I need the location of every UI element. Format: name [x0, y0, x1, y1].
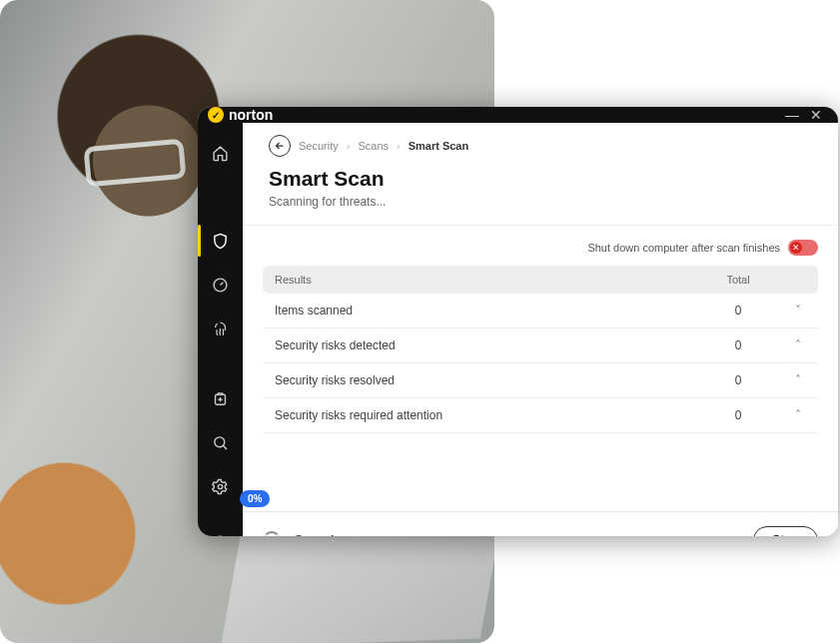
- table-row: Items scanned 0 ˅: [263, 294, 818, 328]
- nav-backup-icon[interactable]: [198, 382, 243, 414]
- row-label: Security risks detected: [263, 328, 698, 363]
- nav-chat-icon[interactable]: [198, 526, 243, 536]
- row-total: 0: [698, 363, 778, 398]
- stop-button[interactable]: Stop: [753, 526, 818, 536]
- nav-performance-icon[interactable]: [198, 269, 243, 301]
- sidebar: [198, 123, 243, 536]
- svg-point-1: [215, 436, 225, 446]
- content: Shut down computer after scan finishes ✕…: [243, 226, 838, 511]
- shutdown-toggle[interactable]: ✕: [788, 240, 818, 256]
- nav-home-icon[interactable]: [198, 137, 243, 169]
- row-total: 0: [698, 398, 778, 433]
- app-window: ✓ norton — ✕: [198, 107, 838, 536]
- table-row: Security risks resolved 0 ˄: [263, 363, 818, 398]
- breadcrumb-item[interactable]: Scans: [358, 140, 389, 152]
- chevron-up-icon[interactable]: ˄: [778, 363, 818, 398]
- scan-status: Scanning...: [295, 533, 359, 536]
- progress-bubble: 0%: [240, 490, 270, 507]
- table-row: Security risks required attention 0 ˄: [263, 398, 818, 433]
- col-results: Results: [263, 266, 698, 294]
- table-row: Security risks detected 0 ˄: [263, 328, 818, 363]
- spinner-icon: [263, 531, 281, 536]
- minimize-button[interactable]: —: [780, 107, 804, 123]
- titlebar: ✓ norton — ✕: [198, 107, 838, 123]
- row-label: Items scanned: [263, 294, 698, 328]
- header: Security › Scans › Smart Scan Smart Scan…: [243, 123, 838, 226]
- main-panel: Security › Scans › Smart Scan Smart Scan…: [243, 123, 838, 536]
- chevron-up-icon[interactable]: ˄: [778, 398, 818, 433]
- row-total: 0: [698, 328, 778, 363]
- results-table: Results Total Items scanned 0 ˅ Security: [263, 266, 818, 433]
- back-button[interactable]: [269, 135, 291, 157]
- svg-point-2: [218, 484, 222, 488]
- chevron-up-icon[interactable]: ˄: [778, 328, 818, 363]
- col-total: Total: [698, 266, 778, 294]
- nav-search-icon[interactable]: [198, 426, 243, 458]
- breadcrumb-current: Smart Scan: [409, 140, 469, 152]
- page-subtitle: Scanning for threats...: [269, 195, 812, 209]
- shutdown-label: Shut down computer after scan finishes: [587, 242, 780, 254]
- nav-fingerprint-icon[interactable]: [198, 313, 243, 344]
- row-label: Security risks required attention: [263, 398, 698, 433]
- brand-check-icon: ✓: [208, 107, 224, 123]
- chevron-down-icon[interactable]: ˅: [778, 294, 818, 328]
- brand-name: norton: [229, 107, 273, 123]
- nav-security-icon[interactable]: [198, 225, 243, 257]
- breadcrumb-item[interactable]: Security: [299, 140, 339, 152]
- brand: ✓ norton: [208, 107, 273, 123]
- glasses-graphic: [83, 139, 186, 188]
- row-total: 0: [698, 294, 778, 328]
- toggle-knob-off-icon: ✕: [790, 242, 802, 254]
- page-title: Smart Scan: [269, 167, 812, 191]
- footer: 0% Scanning... Stop: [243, 511, 838, 536]
- nav-settings-icon[interactable]: [198, 470, 243, 502]
- breadcrumb-sep: ›: [397, 140, 401, 152]
- shutdown-option: Shut down computer after scan finishes ✕: [263, 240, 818, 256]
- col-expand: [778, 266, 818, 294]
- breadcrumb-sep: ›: [347, 140, 351, 152]
- close-button[interactable]: ✕: [804, 107, 828, 123]
- row-label: Security risks resolved: [263, 363, 698, 398]
- breadcrumb: Security › Scans › Smart Scan: [269, 135, 812, 157]
